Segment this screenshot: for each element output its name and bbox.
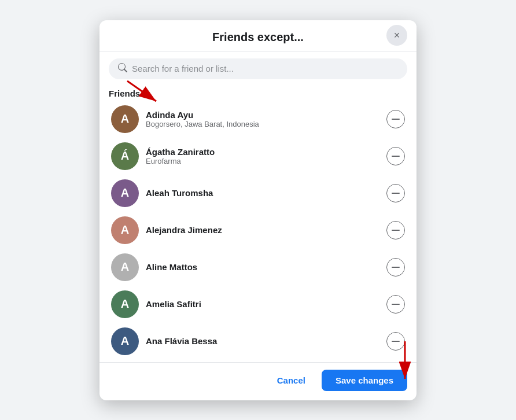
section-label-friends: Friends [109,89,407,98]
svg-rect-0 [392,119,400,120]
cancel-button[interactable]: Cancel [268,371,315,390]
friend-info: Adinda AyuBogorsero, Jawa Barat, Indones… [146,110,379,128]
avatar: Á [111,142,139,170]
save-changes-button[interactable]: Save changes [322,370,407,391]
friend-name: Adinda Ayu [146,110,379,120]
friends-list: AAdinda AyuBogorsero, Jawa Barat, Indone… [109,101,407,360]
svg-rect-4 [392,267,400,268]
svg-rect-6 [392,341,400,342]
exclude-friend-button[interactable] [386,258,405,277]
friend-info: Aline Mattos [146,262,379,272]
close-icon: × [394,30,400,42]
friends-except-modal: Friends except... × Friends AAdinda AyuB… [99,20,417,400]
friend-name: Ana Flávia Bessa [146,336,379,346]
friend-sub: Eurofarma [146,157,379,165]
svg-rect-3 [392,230,400,231]
modal-footer: Cancel Save changes [99,362,417,400]
search-area [99,51,417,84]
svg-rect-1 [392,156,400,157]
svg-rect-2 [392,193,400,194]
avatar: A [111,253,139,281]
friend-item[interactable]: AAleah Turomsha [109,175,407,212]
exclude-friend-button[interactable] [386,295,405,314]
exclude-friend-button[interactable] [386,147,405,165]
friend-name: Amelia Safitri [146,299,379,309]
friend-info: Amelia Safitri [146,299,379,309]
friend-item[interactable]: AAline Mattos [109,249,407,286]
exclude-friend-button[interactable] [386,332,405,351]
exclude-friend-button[interactable] [386,184,405,202]
friend-item[interactable]: AAlejandra Jimenez [109,212,407,249]
friend-info: Ágatha ZanirattoEurofarma [146,147,379,165]
exclude-friend-button[interactable] [386,221,405,240]
avatar: A [111,105,139,133]
friend-name: Ágatha Zaniratto [146,147,379,157]
exclude-friend-button[interactable] [386,110,405,128]
friend-name: Alejandra Jimenez [146,225,379,235]
friend-info: Aleah Turomsha [146,188,379,198]
friend-item[interactable]: AAdinda AyuBogorsero, Jawa Barat, Indone… [109,101,407,138]
avatar: A [111,327,139,355]
friend-info: Alejandra Jimenez [146,225,379,235]
modal-wrapper: Friends except... × Friends AAdinda AyuB… [0,0,516,420]
friends-section: Friends AAdinda AyuBogorsero, Jawa Barat… [99,84,417,362]
search-input[interactable] [132,64,398,73]
friend-name: Aleah Turomsha [146,188,379,198]
avatar: A [111,179,139,207]
friend-item[interactable]: AAmelia Safitri [109,286,407,323]
modal-title: Friends except... [212,31,304,44]
modal-header: Friends except... × [99,20,417,51]
friend-item[interactable]: AAna Flávia Bessa [109,323,407,360]
search-icon [118,63,127,75]
modal-close-button[interactable]: × [386,25,407,46]
friend-info: Ana Flávia Bessa [146,336,379,346]
friend-name: Aline Mattos [146,262,379,272]
svg-rect-5 [392,304,400,305]
avatar: A [111,216,139,244]
search-container [109,58,407,79]
friend-sub: Bogorsero, Jawa Barat, Indonesia [146,120,379,128]
friend-item[interactable]: ÁÁgatha ZanirattoEurofarma [109,138,407,175]
avatar: A [111,290,139,318]
